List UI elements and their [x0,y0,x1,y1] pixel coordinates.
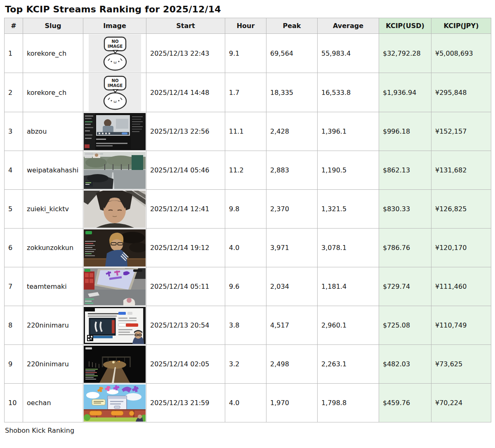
cell-start: 2025/12/14 19:12 [146,229,225,267]
table-row: 8 220ninimaru [5,306,491,345]
table-row: 7 teamtemaki [5,267,491,306]
cell-slug: korekore_ch [23,34,83,73]
cell-average: 16,533.8 [318,73,379,112]
cell-start: 2025/12/13 20:54 [146,306,225,345]
cell-peak: 3,971 [266,229,318,267]
svg-text:ω: ω [113,99,117,104]
column-header-peak: Peak [266,18,318,34]
cell-rank: 5 [5,190,23,229]
cell-kcip-usd: $32,792.28 [379,34,431,73]
column-header-average: Average [318,18,379,34]
cell-kcip-usd: $725.08 [379,306,431,345]
cell-kcip-jpy: ¥70,224 [431,384,491,422]
cell-hour: 1.7 [225,73,266,112]
svg-text:NO: NO [111,78,118,83]
cell-slug: abzou [23,112,83,151]
cell-kcip-usd: $729.74 [379,267,431,306]
cell-rank: 7 [5,267,23,306]
cell-average: 1,181.4 [318,267,379,306]
stream-ui-thumbnail [84,113,146,150]
column-header-kcip-usd: KCIP(USD) [379,18,431,34]
webpage-screenshot-thumbnail [84,307,146,344]
cell-slug: 220ninimaru [23,345,83,384]
cell-kcip-jpy: ¥111,460 [431,267,491,306]
cell-rank: 6 [5,229,23,267]
cell-start: 2025/12/13 22:56 [146,112,225,151]
cell-kcip-usd: $830.33 [379,190,431,229]
cell-hour: 4.0 [225,384,266,422]
cell-kcip-usd: $1,936.94 [379,73,431,112]
street-billboard-thumbnail [84,268,146,305]
footer-note: Shobon Kick Ranking [5,427,491,434]
column-header-hour: Hour [225,18,266,34]
table-row: 5 zuieki_kicktv [5,190,491,229]
cell-slug: zuieki_kicktv [23,190,83,229]
column-header-start: Start [146,18,225,34]
cell-image [83,151,146,190]
cell-average: 55,983.4 [318,34,379,73]
cell-kcip-jpy: ¥73,625 [431,345,491,384]
no-image-placeholder-icon: NO IMAGE ω [89,73,141,111]
cell-average: 2,263.1 [318,345,379,384]
cell-rank: 2 [5,73,23,112]
cell-slug: 220ninimaru [23,306,83,345]
cell-image [83,267,146,306]
cell-rank: 8 [5,306,23,345]
cell-slug: oechan [23,384,83,422]
svg-text:NO: NO [111,39,118,44]
man-indoors-thumbnail [84,229,146,266]
cell-start: 2025/12/13 21:59 [146,384,225,422]
cell-slug: korekore_ch [23,73,83,112]
cell-start: 2025/12/14 14:48 [146,73,225,112]
cell-kcip-jpy: ¥110,749 [431,306,491,345]
column-header-rank: # [5,18,23,34]
cell-kcip-jpy: ¥126,825 [431,190,491,229]
night-road-thumbnail [84,346,146,383]
cell-rank: 3 [5,112,23,151]
no-image-placeholder-icon: NO IMAGE ω [89,34,141,72]
header-row: # Slug Image Start Hour Peak Average KCI… [5,18,491,34]
cell-image [83,306,146,345]
cell-start: 2025/12/14 02:05 [146,345,225,384]
cell-rank: 9 [5,345,23,384]
cell-average: 1,798.8 [318,384,379,422]
cell-average: 3,078.1 [318,229,379,267]
svg-text:ω: ω [113,60,117,64]
cell-peak: 18,335 [266,73,318,112]
cell-hour: 9.6 [225,267,266,306]
cartoon-game-thumbnail [84,384,146,422]
cell-peak: 2,428 [266,112,318,151]
cell-peak: 69,564 [266,34,318,73]
cell-start: 2025/12/14 05:46 [146,151,225,190]
column-header-slug: Slug [23,18,83,34]
cell-hour: 4.0 [225,229,266,267]
cell-hour: 11.2 [225,151,266,190]
cell-kcip-jpy: ¥152,157 [431,112,491,151]
cell-kcip-jpy: ¥5,008,693 [431,34,491,73]
cell-rank: 1 [5,34,23,73]
svg-text:IMAGE: IMAGE [107,44,123,49]
cell-kcip-jpy: ¥131,682 [431,151,491,190]
page: Top KCIP Streams Ranking for 2025/12/14 … [0,0,495,434]
cell-start: 2025/12/14 12:41 [146,190,225,229]
cell-hour: 3.8 [225,306,266,345]
daytime-road-thumbnail [84,152,146,189]
svg-text:IMAGE: IMAGE [107,83,123,88]
cell-kcip-usd: $482.03 [379,345,431,384]
cell-image [83,384,146,422]
cell-peak: 2,498 [266,345,318,384]
cell-peak: 2,883 [266,151,318,190]
cell-kcip-usd: $786.76 [379,229,431,267]
table-row: 1 korekore_ch NO IMAGE ω [5,34,491,73]
cell-average: 1,321.5 [318,190,379,229]
table-row: 4 weipatakahashi [5,151,491,190]
cell-hour: 11.1 [225,112,266,151]
cell-slug: weipatakahashi [23,151,83,190]
cell-hour: 9.8 [225,190,266,229]
cell-kcip-jpy: ¥120,170 [431,229,491,267]
ranking-table: # Slug Image Start Hour Peak Average KCI… [4,18,491,422]
cell-average: 1,190.5 [318,151,379,190]
cell-start: 2025/12/13 22:43 [146,34,225,73]
table-row: 2 korekore_ch NO IMAGE ω [5,73,491,112]
cell-peak: 2,034 [266,267,318,306]
